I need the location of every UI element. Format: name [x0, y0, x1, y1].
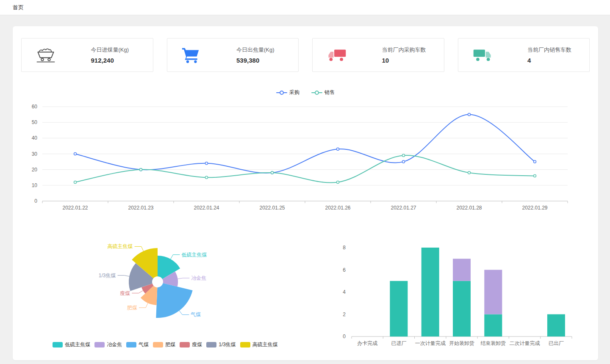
axis-label: 20 — [32, 167, 38, 173]
legend-label: 1/3焦煤 — [219, 341, 236, 348]
legend-label: 冶金焦 — [107, 341, 122, 348]
legend-label: 销售 — [324, 89, 335, 96]
data-point[interactable] — [337, 181, 339, 183]
axis-label: 60 — [32, 104, 38, 110]
data-point[interactable] — [534, 175, 536, 177]
pie-chart-canvas[interactable]: 低硫主焦煤冶金焦气煤肥煤瘦煤1/3焦煤高硫主焦煤 — [21, 237, 309, 335]
pie-label-leader — [178, 278, 190, 279]
pie-legend-item[interactable]: 冶金焦 — [94, 341, 122, 348]
stat-value: 10 — [382, 57, 430, 64]
bar-segment[interactable] — [453, 259, 471, 281]
legend-swatch — [240, 342, 250, 347]
axis-label: 2022.01.29 — [522, 205, 547, 211]
axis-label: 2 — [343, 312, 346, 317]
stat-card-purchase-trucks: 当前厂内采购车数 10 — [312, 38, 444, 72]
bar-segment[interactable] — [484, 270, 502, 314]
pie-chart-legend: 低硫主焦煤冶金焦气煤肥煤瘦煤1/3焦煤高硫主焦煤 — [21, 341, 309, 348]
legend-label: 低硫主焦煤 — [65, 341, 90, 348]
bar-segment[interactable] — [484, 314, 502, 337]
stat-value: 912,240 — [91, 57, 139, 64]
stat-card-coke-out: 今日出焦量(Kg) 539,380 — [167, 38, 299, 72]
axis-label: 2022.01.23 — [128, 205, 153, 211]
axis-label: 30 — [32, 151, 38, 157]
bar-segment[interactable] — [390, 281, 408, 336]
bar-chart-canvas[interactable]: 02468办卡完成已进厂一次计量完成开始装卸货结束装卸货二次计量完成已出厂 — [335, 237, 585, 350]
pie-slice-label: 冶金焦 — [191, 275, 206, 281]
stat-card-sale-trucks: 当前厂内销售车数 4 — [458, 38, 590, 72]
axis-label: 结束装卸货 — [480, 340, 506, 346]
pie-legend-item[interactable]: 高硫主焦煤 — [240, 341, 278, 348]
data-point[interactable] — [74, 153, 77, 155]
pie-slice[interactable] — [156, 283, 192, 318]
line-chart-canvas[interactable]: 01020304050602022.01.222022.01.232022.01… — [13, 97, 598, 220]
pie-legend-item[interactable]: 肥煤 — [153, 341, 175, 348]
mine-cart-icon — [36, 47, 55, 63]
stats-row: 今日进煤量(Kg) 912,240 今日出焦量(Kg) 539,380 — [21, 38, 590, 72]
breadcrumb-item-home[interactable]: 首页 — [13, 4, 24, 11]
line-series[interactable] — [75, 155, 535, 183]
axis-label: 10 — [32, 182, 38, 188]
pie-label-leader — [118, 276, 130, 276]
data-point[interactable] — [74, 181, 77, 183]
data-point[interactable] — [402, 160, 405, 163]
pie-legend-item[interactable]: 瘦煤 — [180, 341, 202, 348]
legend-swatch — [206, 342, 216, 347]
legend-label: 肥煤 — [165, 341, 175, 348]
stat-label: 今日出焦量(Kg) — [236, 46, 284, 54]
stat-value: 539,380 — [236, 57, 284, 64]
axis-label: 2022.01.27 — [391, 205, 416, 211]
axis-label: 50 — [32, 119, 38, 125]
pie-label-leader — [139, 303, 148, 308]
bar-segment[interactable] — [421, 248, 439, 336]
pie-legend-item[interactable]: 低硫主焦煤 — [53, 341, 90, 348]
pie-legend-item[interactable]: 1/3焦煤 — [206, 341, 236, 348]
axis-label: 2022.01.22 — [62, 205, 88, 211]
axis-label: 2022.01.24 — [194, 205, 219, 211]
pie-slice-label: 1/3焦煤 — [99, 273, 116, 279]
data-point[interactable] — [468, 171, 471, 174]
legend-label: 瘦煤 — [192, 341, 202, 348]
axis-label: 二次计量完成 — [510, 340, 540, 346]
stat-label: 当前厂内采购车数 — [382, 46, 430, 54]
legend-item-sale[interactable]: 销售 — [311, 89, 335, 96]
stat-card-coal-in: 今日进煤量(Kg) 912,240 — [21, 38, 153, 72]
axis-label: 开始装卸货 — [449, 340, 474, 346]
shopping-cart-icon — [182, 47, 200, 63]
pie-chart[interactable]: 低硫主焦煤冶金焦气煤肥煤瘦煤1/3焦煤高硫主焦煤 低硫主焦煤冶金焦气煤肥煤瘦煤1… — [21, 237, 309, 348]
data-point[interactable] — [337, 148, 339, 150]
line-chart[interactable]: 01020304050602022.01.222022.01.232022.01… — [13, 97, 598, 222]
axis-label: 已进厂 — [391, 340, 406, 346]
pie-slice-label: 肥煤 — [127, 305, 137, 311]
line-series[interactable] — [75, 115, 535, 173]
axis-label: 0 — [34, 198, 37, 204]
legend-item-purchase[interactable]: 采购 — [276, 89, 299, 96]
pie-slice-label: 高硫主焦煤 — [108, 243, 133, 249]
data-point[interactable] — [402, 154, 405, 157]
legend-swatch — [126, 342, 136, 347]
axis-label: 已出厂 — [549, 340, 564, 346]
pie-label-leader — [179, 311, 189, 315]
data-point[interactable] — [205, 162, 208, 165]
pie-legend-item[interactable]: 气煤 — [126, 341, 149, 348]
bar-segment[interactable] — [453, 281, 471, 336]
pie-label-leader — [132, 291, 143, 293]
legend-label: 采购 — [289, 89, 299, 96]
axis-label: 40 — [32, 135, 38, 141]
data-point[interactable] — [205, 176, 208, 179]
legend-swatch — [180, 342, 190, 347]
data-point[interactable] — [468, 113, 471, 116]
data-point[interactable] — [534, 160, 536, 163]
bar-segment[interactable] — [547, 314, 565, 337]
stat-value: 4 — [527, 57, 575, 64]
pie-label-leader — [171, 255, 180, 259]
data-point[interactable] — [140, 168, 142, 171]
pie-slice-label: 瘦煤 — [120, 290, 130, 296]
dashboard-card: 今日进煤量(Kg) 912,240 今日出焦量(Kg) 539,380 — [13, 26, 598, 360]
pie-label-leader — [135, 246, 144, 251]
line-marker-icon — [311, 91, 322, 95]
axis-label: 4 — [343, 289, 346, 295]
bar-chart[interactable]: 02468办卡完成已进厂一次计量完成开始装卸货结束装卸货二次计量完成已出厂 — [335, 237, 585, 352]
axis-label: 一次计量完成 — [415, 340, 446, 346]
axis-label: 2022.01.25 — [259, 205, 285, 211]
data-point[interactable] — [271, 171, 274, 174]
